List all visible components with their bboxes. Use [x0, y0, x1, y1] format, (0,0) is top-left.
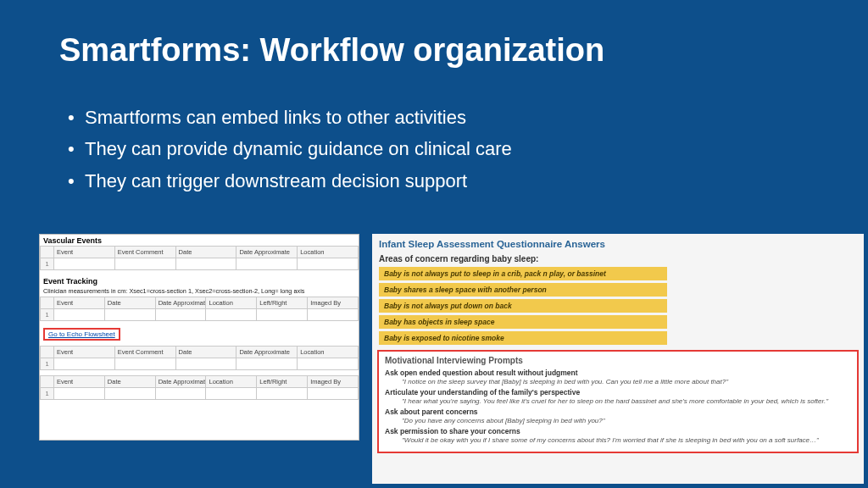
concern-item: Baby is exposed to nicotine smoke [379, 331, 667, 345]
cell[interactable] [54, 258, 115, 270]
measurement-note: Clinician measurements in cm: Xsec1=cros… [40, 286, 359, 297]
cell[interactable] [236, 258, 298, 270]
col-header: Event [54, 297, 105, 309]
cell[interactable] [206, 388, 257, 400]
vascular-events-heading: Vascular Events [40, 235, 359, 246]
concern-item: Baby has objects in sleep space [379, 315, 667, 329]
motivational-interviewing-box: Motivational Interviewing Prompts Ask op… [377, 350, 859, 453]
mi-prompt-heading: Ask permission to share your concerns [385, 427, 851, 435]
col-header: Event Comment [114, 247, 175, 258]
cell[interactable] [114, 258, 175, 270]
cell[interactable] [104, 309, 155, 321]
tracking-table-2: Event Date Date Approximate Location Lef… [40, 375, 359, 400]
mi-prompt-quote: "I notice on the sleep survey that [Baby… [402, 378, 851, 385]
col-header: Date [175, 347, 236, 358]
concern-item: Baby is not always put to sleep in a cri… [379, 267, 667, 280]
col-header: Event Comment [114, 347, 175, 358]
col-header: Imaged By [308, 376, 359, 388]
col-header: Location [206, 297, 257, 309]
cell[interactable] [155, 309, 206, 321]
col-header: Date [104, 297, 155, 309]
event-tracking-table: Event Date Date Approximate Location Lef… [40, 297, 359, 321]
col-header: Left/Right [257, 376, 308, 388]
areas-of-concern-title: Areas of concern regarding baby sleep: [372, 252, 864, 267]
col-header: Date [104, 376, 155, 388]
col-header: Date Approximate [155, 297, 206, 309]
col-header: Location [298, 347, 359, 358]
row-header [41, 297, 54, 309]
mi-prompt-heading: Ask open ended question about result wit… [385, 369, 851, 377]
col-header: Date Approximate [236, 347, 298, 358]
bullet-item: They can provide dynamic guidance on cli… [68, 133, 512, 164]
cell[interactable] [308, 388, 359, 400]
row-header [41, 247, 54, 258]
cell[interactable] [257, 388, 308, 400]
mi-prompt-heading: Ask about parent concerns [385, 408, 851, 416]
row-number: 1 [41, 388, 54, 400]
events-table-2: Event Event Comment Date Date Approximat… [40, 346, 359, 370]
cell[interactable] [236, 358, 298, 370]
bullet-item: They can trigger downstream decision sup… [68, 165, 512, 197]
cell[interactable] [175, 358, 236, 370]
cell[interactable] [54, 358, 115, 370]
mi-prompts-title: Motivational Interviewing Prompts [385, 356, 851, 365]
col-header: Date Approximate [236, 247, 298, 258]
mi-prompt-quote: "Would it be okay with you if I share so… [402, 436, 851, 444]
col-header: Event [54, 347, 115, 358]
cell[interactable] [175, 258, 236, 270]
row-number: 1 [41, 358, 54, 370]
row-number: 1 [41, 258, 54, 270]
cell[interactable] [206, 309, 257, 321]
col-header: Left/Right [257, 297, 308, 309]
col-header: Event [54, 247, 115, 258]
row-header [41, 376, 54, 388]
cell[interactable] [257, 309, 308, 321]
cell[interactable] [54, 388, 105, 400]
mi-prompt-quote: "Do you have any concerns about [Baby] s… [402, 417, 851, 424]
concern-item: Baby shares a sleep space with another p… [379, 283, 667, 297]
col-header: Event [54, 376, 105, 388]
cell[interactable] [298, 358, 359, 370]
bullet-item: Smartforms can embed links to other acti… [68, 102, 512, 133]
event-tracking-heading: Event Tracking [40, 275, 359, 286]
smartform-screenshot-left: Vascular Events Event Event Comment Date… [39, 234, 359, 441]
col-header: Location [298, 247, 359, 258]
bullet-list: Smartforms can embed links to other acti… [68, 102, 512, 197]
cell[interactable] [298, 258, 359, 270]
cell[interactable] [155, 388, 206, 400]
slide-title: Smartforms: Workflow organization [59, 32, 604, 69]
cell[interactable] [54, 309, 105, 321]
mi-prompt-heading: Articulate your understanding of the fam… [385, 388, 851, 396]
echo-flowsheet-link[interactable]: Go to Echo Flowsheet [43, 328, 120, 341]
mi-prompt-quote: "I hear what you're saying. You feel lik… [402, 397, 851, 405]
cell[interactable] [104, 388, 155, 400]
cell[interactable] [114, 358, 175, 370]
col-header: Date [175, 247, 236, 258]
vascular-events-table: Event Event Comment Date Date Approximat… [40, 246, 359, 270]
smartform-screenshot-right: Infant Sleep Assessment Questionnaire An… [372, 234, 864, 484]
cell[interactable] [308, 309, 359, 321]
row-number: 1 [41, 309, 54, 321]
col-header: Date Approximate [155, 376, 206, 388]
concern-item: Baby is not always put down on back [379, 299, 667, 313]
col-header: Imaged By [308, 297, 359, 309]
col-header: Location [206, 376, 257, 388]
row-header [41, 347, 54, 358]
questionnaire-title: Infant Sleep Assessment Questionnaire An… [372, 234, 864, 252]
